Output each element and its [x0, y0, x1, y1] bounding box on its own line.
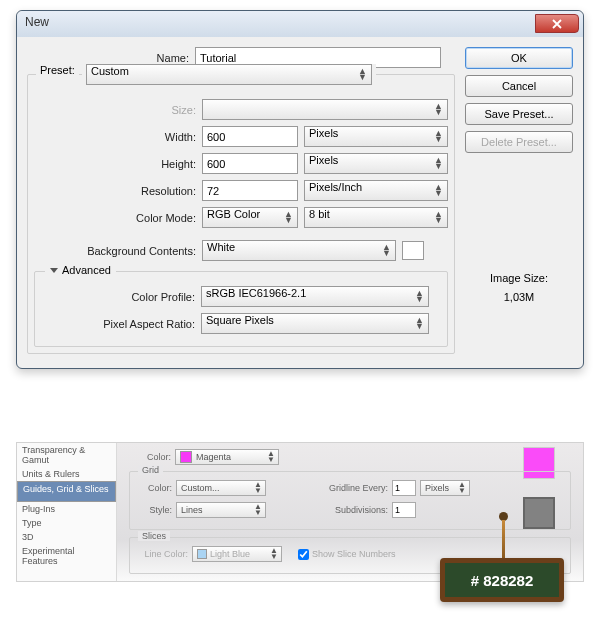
- slices-linecolor-select: Light Blue ▲▼: [192, 546, 282, 562]
- delete-preset-button: Delete Preset...: [465, 131, 573, 153]
- guides-color-label: Color:: [129, 452, 171, 462]
- height-unit-select[interactable]: Pixels ▲▼: [304, 153, 448, 174]
- title-text: New: [25, 15, 49, 29]
- prefs-side-item[interactable]: Transparency & Gamut: [17, 443, 116, 467]
- width-label: Width:: [34, 131, 202, 143]
- resolution-input[interactable]: [202, 180, 298, 201]
- hex-board: # 828282: [440, 558, 564, 602]
- guides-color-select[interactable]: Magenta ▲▼: [175, 449, 279, 465]
- disclosure-triangle-icon[interactable]: [50, 268, 58, 273]
- preset-select[interactable]: Custom ▲▼: [86, 64, 372, 85]
- close-button[interactable]: [535, 14, 579, 33]
- updown-icon: ▲▼: [434, 130, 443, 142]
- updown-icon: ▲▼: [254, 482, 262, 494]
- color-mode-label: Color Mode:: [34, 212, 202, 224]
- par-label: Pixel Aspect Ratio:: [41, 318, 201, 330]
- cancel-button[interactable]: Cancel: [465, 75, 573, 97]
- color-profile-label: Color Profile:: [41, 291, 201, 303]
- updown-icon: ▲▼: [254, 504, 262, 516]
- height-label: Height:: [34, 158, 202, 170]
- width-unit-select[interactable]: Pixels ▲▼: [304, 126, 448, 147]
- updown-icon: ▲▼: [415, 290, 424, 302]
- bg-contents-select[interactable]: White ▲▼: [202, 240, 396, 261]
- height-input[interactable]: [202, 153, 298, 174]
- updown-icon: ▲▼: [458, 482, 466, 494]
- bg-contents-label: Background Contents:: [34, 245, 202, 257]
- updown-icon: ▲▼: [415, 317, 424, 329]
- ok-button[interactable]: OK: [465, 47, 573, 69]
- updown-icon: ▲▼: [434, 157, 443, 169]
- grid-color-select[interactable]: Custom... ▲▼: [176, 480, 266, 496]
- bg-color-swatch[interactable]: [402, 241, 424, 260]
- updown-icon: ▲▼: [382, 244, 391, 256]
- updown-icon: ▲▼: [267, 451, 275, 463]
- pointer-stick-icon: [502, 520, 505, 558]
- updown-icon: ▲▼: [434, 211, 443, 223]
- grid-style-label: Style:: [138, 505, 172, 515]
- preset-group: Preset: Custom ▲▼ Size: ▲▼: [27, 74, 455, 354]
- lightblue-swatch-icon: [197, 549, 207, 559]
- updown-icon: ▲▼: [434, 103, 443, 115]
- hex-callout: # 828282: [440, 558, 564, 602]
- subdivisions-input[interactable]: [392, 502, 416, 518]
- updown-icon: ▲▼: [284, 211, 293, 223]
- close-icon: [552, 19, 562, 29]
- size-label: Size:: [34, 104, 202, 116]
- prefs-side-item[interactable]: Experimental Features: [17, 544, 116, 568]
- gridline-every-input[interactable]: [392, 480, 416, 496]
- advanced-group: Advanced Color Profile: sRGB IEC61966-2.…: [34, 271, 448, 347]
- advanced-label: Advanced: [62, 264, 111, 276]
- gridline-unit-select[interactable]: Pixels ▲▼: [420, 480, 470, 496]
- name-label: Name:: [27, 52, 195, 64]
- prefs-side-item[interactable]: Type: [17, 516, 116, 530]
- subdivisions-label: Subdivisions:: [326, 505, 388, 515]
- prefs-side-item[interactable]: Plug-Ins: [17, 502, 116, 516]
- updown-icon: ▲▼: [270, 548, 278, 560]
- grid-style-select[interactable]: Lines ▲▼: [176, 502, 266, 518]
- bit-depth-select[interactable]: 8 bit ▲▼: [304, 207, 448, 228]
- size-select: ▲▼: [202, 99, 448, 120]
- color-mode-select[interactable]: RGB Color ▲▼: [202, 207, 298, 228]
- color-profile-select[interactable]: sRGB IEC61966-2.1 ▲▼: [201, 286, 429, 307]
- prefs-sidebar: Transparency & GamutUnits & RulersGuides…: [17, 443, 117, 581]
- prefs-side-item[interactable]: Units & Rulers: [17, 467, 116, 481]
- image-size-display: Image Size: 1,03M: [465, 269, 573, 306]
- new-document-dialog: New Name: Preset: Cust: [16, 10, 584, 369]
- prefs-side-item[interactable]: 3D: [17, 530, 116, 544]
- show-slice-numbers-checkbox[interactable]: Show Slice Numbers: [298, 549, 396, 560]
- preset-label: Preset:: [40, 64, 75, 76]
- prefs-side-item[interactable]: Guides, Grid & Slices: [17, 481, 116, 502]
- grid-color-preview[interactable]: [523, 497, 555, 529]
- updown-icon: ▲▼: [358, 68, 367, 80]
- width-input[interactable]: [202, 126, 298, 147]
- resolution-label: Resolution:: [34, 185, 202, 197]
- par-select[interactable]: Square Pixels ▲▼: [201, 313, 429, 334]
- gridline-every-label: Gridline Every:: [326, 483, 388, 493]
- magenta-swatch-icon: [180, 451, 192, 463]
- grid-color-label: Color:: [138, 483, 172, 493]
- resolution-unit-select[interactable]: Pixels/Inch ▲▼: [304, 180, 448, 201]
- titlebar[interactable]: New: [17, 11, 583, 37]
- updown-icon: ▲▼: [434, 184, 443, 196]
- slices-linecolor-label: Line Color:: [138, 549, 188, 559]
- save-preset-button[interactable]: Save Preset...: [465, 103, 573, 125]
